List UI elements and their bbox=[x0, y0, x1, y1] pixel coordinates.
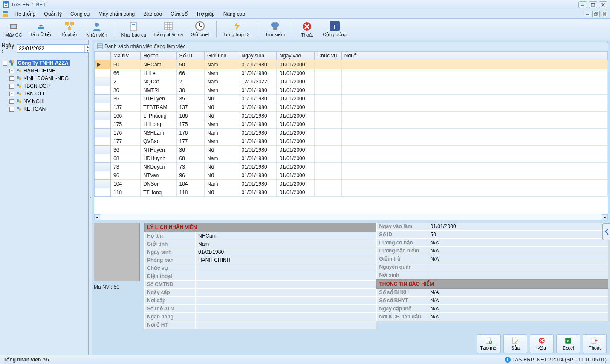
cell[interactable] bbox=[315, 171, 341, 180]
expand-icon[interactable]: + bbox=[9, 107, 14, 112]
cell[interactable]: 104 bbox=[176, 180, 205, 188]
action-xoa[interactable]: Xóa bbox=[530, 334, 554, 353]
cell[interactable]: 176 bbox=[111, 129, 141, 137]
cell[interactable]: 01/01/1980 bbox=[239, 112, 277, 120]
cell[interactable]: 137 bbox=[111, 103, 141, 112]
cell[interactable]: 175 bbox=[111, 120, 141, 129]
col-header[interactable]: Chức vụ bbox=[315, 52, 341, 60]
cell[interactable]: 176 bbox=[176, 129, 205, 137]
cell[interactable]: 01/01/2000 bbox=[277, 180, 315, 188]
cell[interactable]: 2 bbox=[111, 77, 141, 86]
row-header[interactable] bbox=[95, 163, 111, 171]
cell[interactable] bbox=[341, 95, 607, 103]
cell[interactable] bbox=[315, 163, 341, 171]
mdi-minimize-button[interactable] bbox=[584, 11, 591, 17]
cell[interactable] bbox=[341, 180, 607, 188]
cell[interactable]: 175 bbox=[176, 120, 205, 129]
toolbar-gio-quet[interactable]: Giờ quẹt bbox=[188, 20, 211, 39]
cell[interactable]: 01/01/2000 bbox=[277, 120, 315, 129]
cell[interactable]: 01/01/1980 bbox=[239, 69, 277, 77]
cell[interactable] bbox=[315, 146, 341, 154]
action-sua[interactable]: Sửa bbox=[503, 334, 527, 353]
tree-root[interactable]: −Công Ty TNHH AZZA bbox=[1, 59, 87, 67]
cell[interactable]: 01/01/1980 bbox=[239, 171, 277, 180]
cell[interactable]: Nam bbox=[205, 129, 239, 137]
cell[interactable]: LTPhuong bbox=[140, 112, 176, 120]
menu-nâng-cao[interactable]: Nâng cao bbox=[219, 10, 249, 18]
cell[interactable] bbox=[315, 180, 341, 188]
cell[interactable]: 01/01/1980 bbox=[239, 163, 277, 171]
cell[interactable]: Nam bbox=[205, 137, 239, 146]
cell[interactable] bbox=[315, 69, 341, 77]
row-header[interactable] bbox=[95, 137, 111, 146]
cell[interactable]: 01/01/2000 bbox=[277, 129, 315, 137]
cell[interactable]: 35 bbox=[176, 95, 205, 103]
menu-máy-chấm-công[interactable]: Máy chấm công bbox=[94, 10, 139, 18]
cell[interactable] bbox=[315, 154, 341, 163]
cell[interactable]: 177 bbox=[176, 137, 205, 146]
toolbar-tong-hop-dl[interactable]: Tổng hợp DL bbox=[221, 20, 254, 39]
cell[interactable] bbox=[315, 103, 341, 112]
cell[interactable] bbox=[341, 120, 607, 129]
col-header[interactable]: Số ID bbox=[176, 52, 205, 60]
scroll-right-icon[interactable]: ► bbox=[602, 214, 608, 220]
expand-icon[interactable]: + bbox=[9, 69, 14, 73]
cell[interactable]: 01/01/1980 bbox=[239, 129, 277, 137]
cell[interactable]: Nam bbox=[205, 180, 239, 188]
cell[interactable]: 36 bbox=[176, 146, 205, 154]
cell[interactable] bbox=[341, 137, 607, 146]
cell[interactable]: 73 bbox=[111, 163, 141, 171]
cell[interactable]: 12/01/2022 bbox=[239, 77, 277, 86]
cell[interactable]: 73 bbox=[176, 163, 205, 171]
cell[interactable] bbox=[341, 188, 607, 197]
cell[interactable]: TTBTRAM bbox=[140, 103, 176, 112]
cell[interactable] bbox=[315, 120, 341, 129]
cell[interactable]: 104 bbox=[111, 180, 141, 188]
col-header[interactable]: Nơi ở bbox=[341, 52, 607, 60]
cell[interactable] bbox=[315, 129, 341, 137]
cell[interactable] bbox=[315, 95, 341, 103]
cell[interactable]: 118 bbox=[111, 188, 141, 197]
cell[interactable] bbox=[315, 188, 341, 197]
tree-node-kinh-doanh-ndg[interactable]: +KINH DOANH-NDG bbox=[1, 75, 87, 82]
toolbar-bang-phan-ca[interactable]: Bảng phân ca bbox=[151, 20, 186, 39]
cell[interactable] bbox=[341, 86, 607, 95]
cell[interactable]: 01/01/2000 bbox=[277, 171, 315, 180]
cell[interactable] bbox=[315, 77, 341, 86]
cell[interactable]: 01/01/2000 bbox=[277, 69, 315, 77]
table-row[interactable]: 73NKDuyen73Nữ01/01/198001/01/2000 bbox=[95, 163, 608, 171]
cell[interactable] bbox=[341, 154, 607, 163]
cell[interactable]: 166 bbox=[176, 112, 205, 120]
cell[interactable]: 01/01/2000 bbox=[277, 188, 315, 197]
cell[interactable] bbox=[341, 60, 607, 69]
row-header[interactable] bbox=[95, 112, 111, 120]
cell[interactable]: 01/01/2000 bbox=[277, 95, 315, 103]
expand-icon[interactable]: + bbox=[9, 76, 14, 81]
cell[interactable]: 30 bbox=[176, 86, 205, 95]
mdi-close-button[interactable] bbox=[601, 11, 608, 17]
table-row[interactable]: 166LTPhuong166Nữ01/01/198001/01/2000 bbox=[95, 112, 608, 120]
row-header[interactable] bbox=[95, 69, 111, 77]
cell[interactable] bbox=[341, 77, 607, 86]
cell[interactable]: Nam bbox=[205, 86, 239, 95]
cell[interactable]: 01/01/2000 bbox=[277, 137, 315, 146]
cell[interactable]: 2 bbox=[176, 77, 205, 86]
cell[interactable]: TTHong bbox=[140, 188, 176, 197]
cell[interactable]: NSHLam bbox=[140, 129, 176, 137]
cell[interactable]: 01/01/2000 bbox=[277, 77, 315, 86]
table-row[interactable]: 36NTHuyen36Nữ01/01/198001/01/2000 bbox=[95, 146, 608, 154]
row-header[interactable] bbox=[95, 95, 111, 103]
cell[interactable]: Nam bbox=[205, 77, 239, 86]
cell[interactable]: NTVan bbox=[140, 171, 176, 180]
cell[interactable]: NTHuyen bbox=[140, 146, 176, 154]
date-field[interactable] bbox=[17, 46, 84, 52]
employee-grid[interactable]: Mã NVHọ tênSố IDGiới tínhNgày sinhNgày v… bbox=[94, 51, 608, 197]
action-thoat2[interactable]: Thoát bbox=[583, 334, 607, 353]
cell[interactable]: 01/01/2000 bbox=[277, 86, 315, 95]
cell[interactable] bbox=[341, 69, 607, 77]
table-row[interactable]: 66LHLe66Nam01/01/198001/01/2000 bbox=[95, 69, 608, 77]
cell[interactable]: DTHuyen bbox=[140, 95, 176, 103]
toolbar-cong-dong[interactable]: fCộng đồng bbox=[320, 20, 349, 39]
cell[interactable]: 01/01/1980 bbox=[239, 120, 277, 129]
cell[interactable]: 01/01/1980 bbox=[239, 154, 277, 163]
